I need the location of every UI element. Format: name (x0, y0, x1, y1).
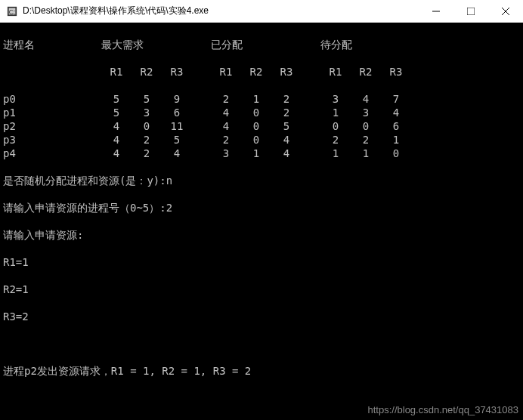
table-row: p3425204221 (3, 133, 520, 147)
input-r1: R1=1 (3, 255, 520, 269)
output-request: 进程p2发出资源请求，R1 = 1, R2 = 1, R3 = 2 (3, 364, 520, 378)
window-title: D:\Desktop\课程资料\操作系统\代码\实验4.exe (23, 5, 419, 17)
maximize-button[interactable] (453, 0, 488, 22)
input-r3: R3=2 (3, 310, 520, 323)
window-controls (419, 0, 523, 22)
table-subheader-row: R1R2R3R1R2R3R1R2R3 (3, 65, 520, 79)
close-button[interactable] (488, 0, 523, 22)
header-proc: 进程名 (3, 38, 101, 51)
app-icon: C: (6, 5, 18, 17)
table-header-row: 进程名最大需求已分配待分配 (3, 38, 520, 51)
header-max: 最大需求 (101, 38, 211, 51)
minimize-button[interactable] (419, 0, 453, 22)
prompt-proc-num: 请输入申请资源的进程号（0~5）:2 (3, 201, 520, 215)
watermark: https://blog.csdn.net/qq_37431083 (368, 403, 519, 417)
prompt-input-res: 请输入申请资源: (3, 228, 520, 242)
table-row: p4424314110 (3, 147, 520, 160)
input-r2: R2=1 (3, 283, 520, 296)
table-row: p1536402134 (3, 106, 520, 119)
header-alloc: 已分配 (211, 38, 320, 51)
header-need: 待分配 (320, 38, 430, 51)
svg-text:C:: C: (9, 8, 16, 15)
table-row: p24011405006 (3, 119, 520, 133)
prompt-random: 是否随机分配进程和资源(是：y):n (3, 174, 520, 187)
console-output[interactable]: 进程名最大需求已分配待分配 R1R2R3R1R2R3R1R2R3 p055921… (0, 23, 523, 420)
svg-rect-4 (467, 8, 475, 15)
titlebar: C: D:\Desktop\课程资料\操作系统\代码\实验4.exe (0, 0, 523, 23)
table-row: p0559212347 (3, 92, 520, 106)
